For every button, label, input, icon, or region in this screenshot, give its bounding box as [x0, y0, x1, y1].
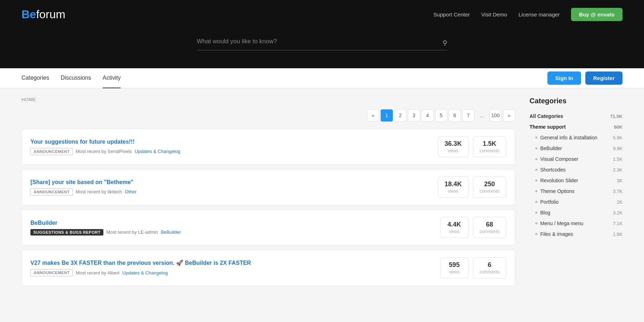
sub-dot [535, 233, 537, 235]
category-item[interactable]: Revolution Slider 3K [530, 175, 623, 186]
discussion-recent: Most recent by LE-admin [106, 229, 158, 235]
discussion-title[interactable]: BeBuilder [30, 220, 433, 226]
page-4-button[interactable]: 4 [421, 109, 434, 122]
page-5-button[interactable]: 5 [435, 109, 447, 122]
page-100-button[interactable]: 100 [489, 109, 502, 122]
discussion-tag: ANNOUNCEMENT [30, 188, 73, 195]
views-count: 595 [447, 261, 462, 269]
page-3-button[interactable]: 3 [408, 109, 420, 122]
visit-demo-link[interactable]: Visit Demo [481, 11, 507, 18]
comments-label: comments [480, 148, 499, 153]
views-count: 4.4K [447, 221, 462, 228]
sub-dot [535, 137, 537, 139]
views-stat: 36.3K views [438, 136, 469, 157]
discussion-stats: 4.4K views 68 comments [440, 217, 506, 238]
category-item[interactable]: Shortcodes 2.3K [530, 164, 623, 175]
search-input[interactable] [197, 36, 447, 47]
category-count: 2.3K [613, 167, 623, 173]
comments-stat: 1.5K comments [473, 136, 506, 157]
logo-forum: forum [36, 8, 65, 21]
license-manager-link[interactable]: License manager [518, 11, 560, 18]
discussion-category[interactable]: Other [125, 189, 137, 194]
comments-stat: 250 comments [473, 177, 506, 198]
page-7-button[interactable]: 7 [462, 109, 474, 122]
buy-envato-button[interactable]: Buy @ envato [571, 8, 623, 21]
category-count: 9.9K [613, 146, 623, 151]
category-count: 3K [617, 178, 623, 183]
category-item[interactable]: General info & installation 5.9K [530, 132, 623, 143]
discussion-recent: Most recent by SerialPixels [76, 149, 132, 154]
discussion-category[interactable]: Updates & Changelog [135, 149, 180, 154]
sub-dot [535, 222, 537, 224]
views-count: 36.3K [445, 140, 462, 148]
search-wrapper: ⚲ [197, 36, 447, 50]
category-item[interactable]: Files & images 1.8K [530, 229, 623, 239]
page-1-button[interactable]: 1 [381, 109, 393, 122]
sub-dot [535, 169, 537, 171]
discussion-info: BeBuilder SUGGESTIONS & BUGS REPORT Most… [30, 220, 433, 236]
comments-count: 6 [480, 261, 499, 269]
category-count: 71.5K [610, 114, 623, 119]
category-item[interactable]: Blog 3.2K [530, 207, 623, 218]
discussion-meta: ANNOUNCEMENT Most recent by tikitech Oth… [30, 188, 431, 195]
discussion-meta: ANNOUNCEMENT Most recent by Albert Updat… [30, 269, 433, 276]
support-center-link[interactable]: Support Center [433, 11, 470, 18]
sub-dot [535, 212, 537, 214]
category-label: Portfolio [540, 199, 614, 205]
views-stat: 595 views [440, 257, 469, 278]
category-label: BeBuilder [540, 145, 610, 151]
discussion-stats: 595 views 6 comments [440, 257, 506, 278]
tab-discussions[interactable]: Discussions [60, 68, 91, 88]
discussion-info: Your suggestions for future updates!!! A… [30, 139, 431, 155]
discussion-item: V27 makes Be 3X FASTER than the previous… [21, 250, 515, 286]
discussion-recent: Most recent by tikitech [76, 189, 122, 194]
views-label: views [445, 148, 462, 153]
category-item[interactable]: Menu / Mega menu 7.1K [530, 218, 623, 229]
comments-label: comments [480, 189, 499, 194]
discussion-title[interactable]: V27 makes Be 3X FASTER than the previous… [30, 259, 433, 266]
sign-in-button[interactable]: Sign In [547, 71, 581, 85]
discussion-category[interactable]: Updates & Changelog [122, 270, 168, 276]
page-2-button[interactable]: 2 [394, 109, 406, 122]
search-button[interactable]: ⚲ [443, 39, 447, 47]
discussion-info: [Share] your site based on "Betheme" ANN… [30, 179, 431, 195]
comments-count: 68 [480, 221, 499, 228]
category-label: Revolution Slider [540, 178, 614, 183]
discussion-title[interactable]: [Share] your site based on "Betheme" [30, 179, 431, 185]
discussion-category[interactable]: BeBuilder [161, 229, 181, 235]
category-item[interactable]: Portfolio 2K [530, 197, 623, 207]
page-6-button[interactable]: 6 [449, 109, 461, 122]
discussion-meta: SUGGESTIONS & BUGS REPORT Most recent by… [30, 229, 433, 236]
nav-tabs: Categories Discussions Activity [21, 68, 121, 88]
discussion-title[interactable]: Your suggestions for future updates!!! [30, 139, 431, 145]
next-page-button[interactable]: » [503, 109, 515, 122]
discussion-tag: ANNOUNCEMENT [30, 269, 73, 276]
pagination-dots: … [476, 109, 488, 122]
category-count: 3.2K [613, 210, 623, 216]
search-area: ⚲ [0, 29, 644, 68]
category-item[interactable]: BeBuilder 9.9K [530, 143, 623, 154]
category-label: Theme support [530, 124, 614, 130]
discussion-info: V27 makes Be 3X FASTER than the previous… [30, 259, 433, 276]
tab-activity[interactable]: Activity [103, 68, 121, 88]
header: Be forum Support Center Visit Demo Licen… [0, 0, 644, 29]
sidebar: Categories All Categories 71.5K Theme su… [530, 97, 623, 290]
register-button[interactable]: Register [585, 71, 623, 85]
nav-bar: Categories Discussions Activity Sign In … [0, 68, 644, 88]
category-count: 1.8K [613, 232, 623, 237]
breadcrumb-home[interactable]: HOME [21, 97, 36, 102]
category-item[interactable]: Visual Composer 1.5K [530, 154, 623, 164]
prev-page-button[interactable]: « [367, 109, 379, 122]
category-item[interactable]: Theme support 60K [530, 122, 623, 132]
discussion-list: Your suggestions for future updates!!! A… [21, 129, 515, 286]
sub-dot [535, 201, 537, 203]
views-label: views [447, 269, 462, 274]
logo: Be forum [21, 8, 65, 21]
category-item[interactable]: All Categories 71.5K [530, 111, 623, 122]
tab-categories[interactable]: Categories [21, 68, 49, 88]
category-count: 3.7K [613, 189, 623, 194]
sub-dot [535, 147, 537, 149]
comments-stat: 6 comments [473, 257, 506, 278]
category-count: 60K [614, 124, 623, 130]
category-item[interactable]: Theme Options 3.7K [530, 186, 623, 197]
